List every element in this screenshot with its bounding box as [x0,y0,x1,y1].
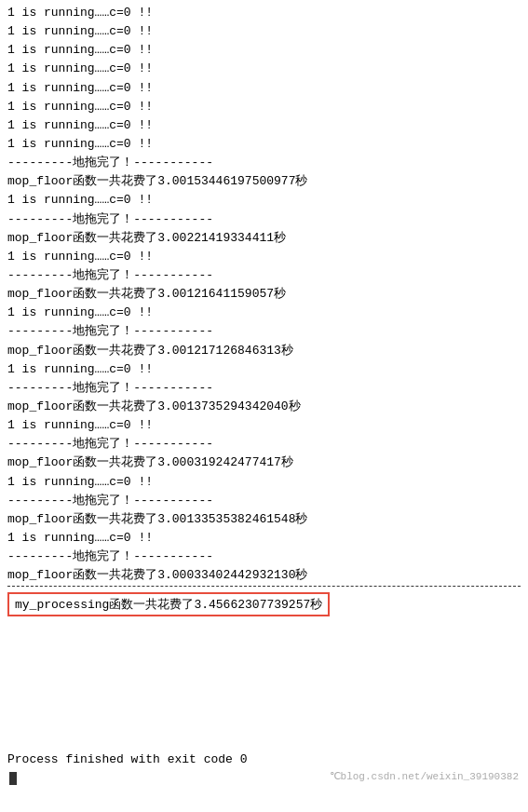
console-line: mop_floor函数一共花费了3.0013735294342040秒 [7,398,521,416]
watermark-text: ℃blog.csdn.net/weixin_39190382 [330,769,519,786]
console-line: ---------地拖完了！----------- [7,322,521,341]
console-output: 1 is running……c=0 !!1 is running……c=0 !!… [0,0,528,745]
console-line: 1 is running……c=0 !! [7,4,521,22]
console-line: 1 is running……c=0 !! [7,416,521,435]
console-line: 1 is running……c=0 !! [7,191,521,210]
highlighted-text: my_processing函数一共花费了3.45662307739257秒 [7,592,330,616]
console-line: ---------地拖完了！----------- [7,492,521,510]
process-finished-text: Process finished with exit code 0 ℃blog.… [7,751,521,770]
console-line: 1 is running……c=0 !! [7,79,521,98]
console-line: 1 is running……c=0 !! [7,304,521,322]
console-line: 1 is running……c=0 !! [7,473,521,492]
console-line: 1 is running……c=0 !! [7,22,521,41]
cursor [9,772,17,785]
console-line: 1 is running……c=0 !! [7,60,521,78]
console-line: ---------地拖完了！----------- [7,379,521,398]
console-line: mop_floor函数一共花费了3.00033402442932130秒 [7,566,521,585]
console-line: ---------地拖完了！----------- [7,154,521,172]
console-line: 1 is running……c=0 !! [7,41,521,60]
console-line: mop_floor函数一共花费了3.000319242477417秒 [7,453,521,472]
console-line: ---------地拖完了！----------- [7,266,521,285]
console-line: ---------地拖完了！----------- [7,548,521,566]
console-line [7,586,521,587]
highlighted-result: my_processing函数一共花费了3.45662307739257秒 [7,590,521,618]
console-line: ---------地拖完了！----------- [7,435,521,453]
console-line: mop_floor函数一共花费了3.00153446197500977秒 [7,172,521,191]
console-line: 1 is running……c=0 !! [7,248,521,266]
console-line: mop_floor函数一共花费了3.00121641159057秒 [7,285,521,304]
console-line: mop_floor函数一共花费了3.00221419334411秒 [7,229,521,248]
console-line: 1 is running……c=0 !! [7,116,521,135]
console-line: 1 is running……c=0 !! [7,360,521,379]
console-line: 1 is running……c=0 !! [7,98,521,116]
console-line: 1 is running……c=0 !! [7,135,521,154]
console-line: ---------地拖完了！----------- [7,210,521,229]
bottom-status: Process finished with exit code 0 ℃blog.… [0,745,528,790]
console-line: mop_floor函数一共花费了3.001217126846313秒 [7,342,521,360]
console-line: 1 is running……c=0 !! [7,529,521,548]
console-line: mop_floor函数一共花费了3.00133535382461548秒 [7,510,521,529]
